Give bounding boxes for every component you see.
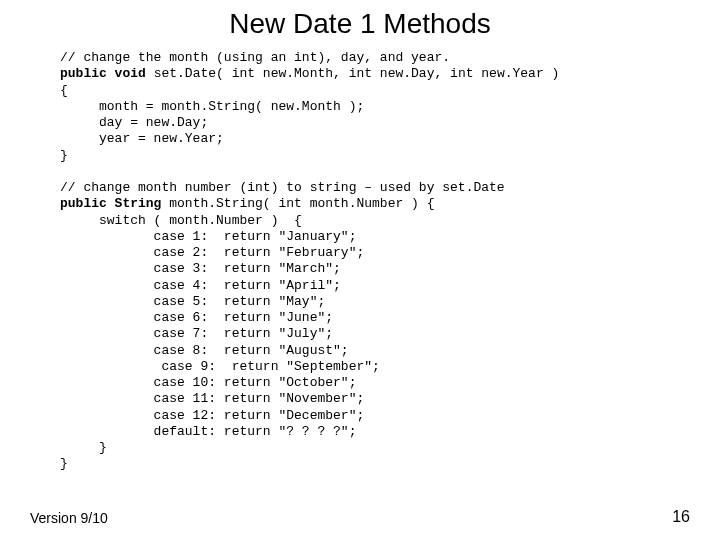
code-line: // change the month (using an int), day,… xyxy=(60,50,450,65)
code-line: day = new.Day; xyxy=(60,115,208,130)
code-line: month = month.String( new.Month ); xyxy=(60,99,364,114)
code-line: case 11: return "November"; xyxy=(60,391,364,406)
code-line: } xyxy=(60,148,68,163)
code-line: year = new.Year; xyxy=(60,131,224,146)
code-line: switch ( month.Number ) { xyxy=(60,213,302,228)
slide: New Date 1 Methods // change the month (… xyxy=(0,0,720,540)
code-line: case 7: return "July"; xyxy=(60,326,333,341)
code-line: default: return "? ? ? ?"; xyxy=(60,424,356,439)
code-line: case 12: return "December"; xyxy=(60,408,364,423)
page-number: 16 xyxy=(672,508,690,526)
slide-title: New Date 1 Methods xyxy=(0,0,720,46)
code-line: case 2: return "February"; xyxy=(60,245,364,260)
footer-version: Version 9/10 xyxy=(30,510,108,526)
code-line: // change month number (int) to string –… xyxy=(60,180,505,195)
code-line: case 3: return "March"; xyxy=(60,261,341,276)
code-keyword: public String xyxy=(60,196,161,211)
code-line: case 5: return "May"; xyxy=(60,294,325,309)
code-line: case 4: return "April"; xyxy=(60,278,341,293)
code-line: case 8: return "August"; xyxy=(60,343,349,358)
code-line: case 1: return "January"; xyxy=(60,229,356,244)
code-line: set.Date( int new.Month, int new.Day, in… xyxy=(146,66,559,81)
code-line: } xyxy=(60,440,107,455)
code-block: // change the month (using an int), day,… xyxy=(60,50,720,473)
code-line: } xyxy=(60,456,68,471)
code-line: case 9: return "September"; xyxy=(60,359,380,374)
code-line: { xyxy=(60,83,68,98)
code-keyword: public void xyxy=(60,66,146,81)
code-line: case 6: return "June"; xyxy=(60,310,333,325)
code-line: month.String( int month.Number ) { xyxy=(161,196,434,211)
code-line: case 10: return "October"; xyxy=(60,375,356,390)
code-blank xyxy=(60,164,68,179)
